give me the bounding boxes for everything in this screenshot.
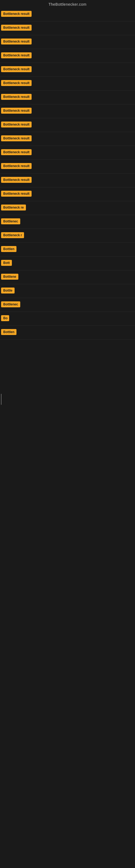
bottleneck-badge-23[interactable]: Bo xyxy=(1,315,9,321)
bottleneck-badge-8[interactable]: Bottleneck result xyxy=(1,108,32,114)
bottleneck-badge-13[interactable]: Bottleneck result xyxy=(1,177,32,183)
result-row-19: Bott xyxy=(0,257,135,271)
text-cursor xyxy=(1,394,1,405)
result-row-8: Bottleneck result xyxy=(0,104,135,118)
result-row-18: Bottlen xyxy=(0,243,135,257)
bottleneck-badge-21[interactable]: Bottle xyxy=(1,287,14,293)
results-container: Bottleneck resultBottleneck resultBottle… xyxy=(0,8,135,502)
result-row-16: Bottlenec xyxy=(0,215,135,229)
bottleneck-badge-18[interactable]: Bottlen xyxy=(1,246,16,252)
result-row-15: Bottleneck re xyxy=(0,201,135,215)
bottleneck-badge-24[interactable]: Bottlen xyxy=(1,329,16,335)
result-row-20: Bottlene xyxy=(0,271,135,284)
result-row-21: Bottle xyxy=(0,284,135,298)
result-row-6: Bottleneck result xyxy=(0,77,135,91)
bottleneck-badge-16[interactable]: Bottlenec xyxy=(1,218,20,224)
result-row-9: Bottleneck result xyxy=(0,118,135,132)
result-row-13: Bottleneck result xyxy=(0,174,135,187)
result-row-3: Bottleneck result xyxy=(0,35,135,49)
bottleneck-badge-17[interactable]: Bottleneck r xyxy=(1,232,24,238)
bottleneck-badge-10[interactable]: Bottleneck result xyxy=(1,135,32,141)
result-row-23: Bo xyxy=(0,312,135,326)
result-row-24: Bottlen xyxy=(0,326,135,340)
bottleneck-badge-12[interactable]: Bottleneck result xyxy=(1,163,32,169)
result-row-11: Bottleneck result xyxy=(0,146,135,160)
result-row-14: Bottleneck result xyxy=(0,187,135,201)
result-row-5: Bottleneck result xyxy=(0,63,135,77)
bottleneck-badge-14[interactable]: Bottleneck result xyxy=(1,191,32,197)
bottleneck-badge-9[interactable]: Bottleneck result xyxy=(1,122,32,127)
bottleneck-badge-15[interactable]: Bottleneck re xyxy=(1,205,26,211)
bottleneck-badge-4[interactable]: Bottleneck result xyxy=(1,52,32,58)
bottleneck-badge-6[interactable]: Bottleneck result xyxy=(1,80,32,86)
result-row-2: Bottleneck result xyxy=(0,22,135,35)
bottleneck-badge-11[interactable]: Bottleneck result xyxy=(1,149,32,155)
site-title: TheBottlenecker.com xyxy=(0,0,135,8)
bottleneck-badge-2[interactable]: Bottleneck result xyxy=(1,25,32,31)
bottleneck-badge-19[interactable]: Bott xyxy=(1,260,12,266)
result-row-4: Bottleneck result xyxy=(0,49,135,63)
result-row-10: Bottleneck result xyxy=(0,132,135,146)
bottleneck-badge-20[interactable]: Bottlene xyxy=(1,274,18,280)
result-row-12: Bottleneck result xyxy=(0,160,135,174)
bottleneck-badge-22[interactable]: Bottlenec xyxy=(1,301,20,307)
empty-space xyxy=(0,340,135,502)
bottleneck-badge-5[interactable]: Bottleneck result xyxy=(1,66,32,72)
result-row-17: Bottleneck r xyxy=(0,229,135,243)
result-row-7: Bottleneck result xyxy=(0,91,135,104)
result-row-22: Bottlenec xyxy=(0,298,135,312)
bottleneck-badge-3[interactable]: Bottleneck result xyxy=(1,38,32,44)
bottleneck-badge-7[interactable]: Bottleneck result xyxy=(1,94,32,100)
bottleneck-badge-1[interactable]: Bottleneck result xyxy=(1,11,32,17)
result-row-1: Bottleneck result xyxy=(0,8,135,22)
